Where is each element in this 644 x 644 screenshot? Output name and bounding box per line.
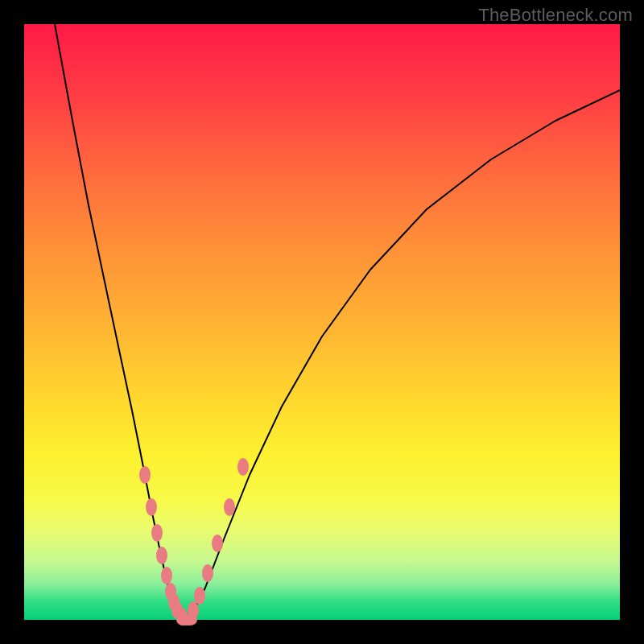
- plot-area: [24, 24, 620, 620]
- curve-left: [55, 24, 187, 620]
- chart-svg: [24, 24, 620, 620]
- bead-marker: [212, 535, 223, 552]
- bead-marker: [194, 587, 205, 605]
- watermark-text: TheBottleneck.com: [478, 5, 633, 26]
- bead-marker: [161, 567, 172, 584]
- bead-marker: [151, 524, 163, 542]
- beads-group: [139, 458, 249, 625]
- bead-marker: [156, 547, 167, 564]
- bead-marker: [202, 564, 213, 582]
- chart-frame: TheBottleneck.com: [0, 0, 644, 644]
- bead-marker: [146, 498, 157, 516]
- bead-marker: [224, 498, 235, 516]
- curve-right: [187, 90, 620, 620]
- bead-marker: [139, 466, 151, 484]
- bead-marker: [237, 458, 249, 476]
- curve-group: [55, 24, 620, 620]
- bead-marker: [183, 614, 197, 625]
